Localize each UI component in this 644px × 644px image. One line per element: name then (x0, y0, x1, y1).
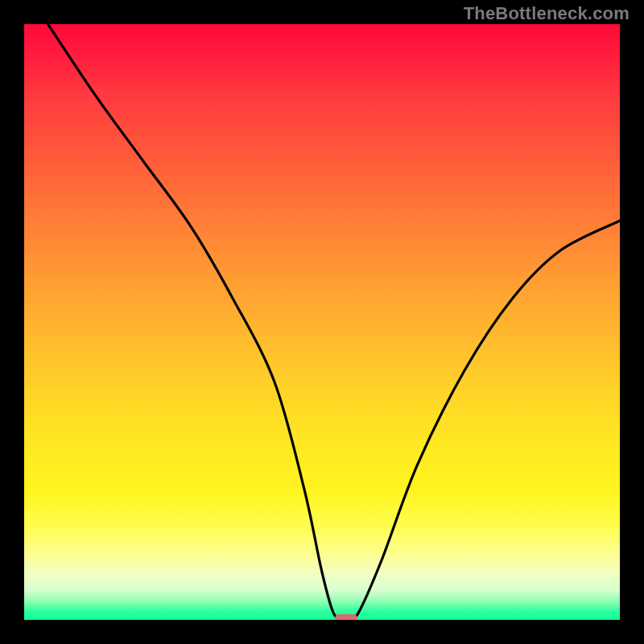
minimum-marker (335, 614, 357, 620)
chart-frame: TheBottleneck.com (0, 0, 644, 644)
watermark-text: TheBottleneck.com (464, 3, 630, 24)
bottleneck-curve (24, 24, 620, 620)
plot-area (24, 24, 620, 620)
